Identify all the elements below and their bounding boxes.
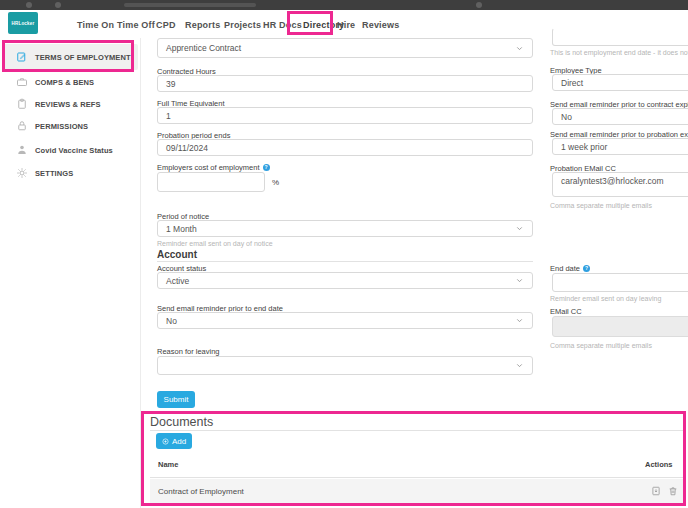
reason-for-leaving-select[interactable]: [157, 356, 533, 375]
sidebar-item-settings[interactable]: SETTINGS: [2, 161, 138, 185]
browser-chrome-icon: [55, 2, 61, 8]
reminder-contract-expiration-input[interactable]: No: [552, 108, 688, 125]
documents-name-column-header: Name: [158, 460, 178, 469]
chevron-down-icon: [515, 276, 524, 285]
add-document-button[interactable]: Add: [156, 433, 192, 449]
employee-type-input[interactable]: Direct: [552, 74, 688, 91]
chevron-down-icon: [515, 316, 524, 325]
sidebar-item-permissions[interactable]: PERMISSIONS: [2, 114, 138, 138]
tab-projects[interactable]: Projects: [224, 20, 261, 30]
tab-reports[interactable]: Reports: [185, 20, 220, 30]
period-of-notice-value: 1 Month: [166, 224, 197, 234]
add-document-label: Add: [172, 437, 186, 446]
contract-expiration-helper: This is not employment end date - it doe…: [550, 49, 688, 56]
documents-divider: [150, 430, 686, 431]
tab-cpd[interactable]: CPD: [156, 20, 176, 30]
browser-chrome-icon: [476, 2, 482, 8]
fte-value: 1: [166, 111, 171, 121]
documents-heading: Documents: [150, 415, 213, 429]
hrlocker-app-window: HRLocker Time On Time Off CPD Reports Pr…: [0, 0, 688, 508]
document-name: Contract of Employment: [158, 487, 244, 496]
account-section-heading: Account: [157, 249, 197, 260]
probation-email-cc-helper: Comma separate multiple emails: [550, 202, 652, 209]
logo-text: HRLocker: [12, 21, 35, 26]
tab-hr-docs[interactable]: HR Docs: [263, 20, 302, 30]
gear-icon: [16, 167, 28, 179]
sidebar-item-terms-of-employment[interactable]: TERMS OF EMPLOYMENT: [2, 44, 138, 70]
probation-ends-value: 09/11/2024: [166, 143, 208, 153]
reminder-contract-expiration-value: No: [561, 112, 572, 122]
reminder-end-date-select[interactable]: No: [157, 312, 533, 329]
browser-chrome-bar: [0, 0, 688, 10]
hrlocker-logo[interactable]: HRLocker: [8, 12, 38, 34]
sidebar-item-reviews-and-refs[interactable]: REVIEWS & REFS: [2, 92, 138, 116]
period-of-notice-helper: Reminder email sent on day of notice: [157, 240, 273, 247]
chevron-down-icon: [515, 44, 524, 53]
tab-reviews[interactable]: Reviews: [362, 20, 399, 30]
browser-chrome-text-fragment: [124, 3, 256, 7]
sidebar-item-label: TERMS OF EMPLOYMENT: [35, 53, 131, 62]
documents-actions-column-header: Actions: [645, 460, 673, 469]
probation-email-cc-input[interactable]: caralyntest3@hrlocker.com: [552, 172, 688, 197]
sidebar-item-label: SETTINGS: [35, 169, 73, 178]
employers-cost-input[interactable]: [157, 172, 265, 192]
percent-suffix: %: [272, 178, 279, 187]
section-divider: [157, 261, 533, 262]
employee-type-value: Direct: [561, 78, 583, 88]
end-date-label: End date?: [550, 264, 590, 273]
fte-input[interactable]: 1: [157, 107, 533, 124]
contract-expiration-input[interactable]: [552, 28, 688, 46]
end-date-helper: Reminder email sent on day leaving: [550, 295, 661, 302]
email-cc-label: EMail CC: [550, 307, 582, 316]
documents-table-divider: [150, 477, 686, 478]
document-edit-icon: [16, 51, 28, 63]
probation-email-cc-value: caralyntest3@hrlocker.com: [561, 176, 664, 186]
account-status-value: Active: [166, 276, 189, 286]
sidebar-item-comps-and-bens[interactable]: COMPS & BENS: [2, 70, 138, 94]
download-document-icon[interactable]: [651, 486, 661, 496]
email-cc-helper: Comma separate multiple emails: [550, 342, 652, 349]
chevron-down-icon: [515, 224, 524, 233]
info-icon[interactable]: ?: [583, 265, 590, 272]
account-status-select[interactable]: Active: [157, 272, 533, 289]
tab-time-on[interactable]: Time On: [77, 20, 114, 30]
info-icon[interactable]: ?: [263, 164, 270, 171]
reason-for-leaving-label: Reason for leaving: [157, 347, 220, 356]
circle-plus-icon: [162, 438, 169, 445]
probation-ends-input[interactable]: 09/11/2024: [157, 139, 533, 156]
tab-time-off[interactable]: Time Off: [117, 20, 155, 30]
tab-hire[interactable]: Hire: [337, 20, 355, 30]
browser-chrome-icon: [26, 2, 32, 8]
reminder-probation-expiration-input[interactable]: 1 week prior: [552, 138, 688, 155]
document-row[interactable]: Contract of Employment: [150, 479, 686, 503]
contract-type-value: Apprentice Contract: [166, 43, 241, 53]
submit-button[interactable]: Submit: [157, 391, 195, 408]
trash-icon[interactable]: [668, 486, 678, 496]
sidebar-item-label: REVIEWS & REFS: [35, 100, 101, 109]
contract-type-select[interactable]: Apprentice Contract: [157, 38, 533, 58]
contracted-hours-value: 39: [166, 79, 175, 89]
reminder-end-date-value: No: [166, 316, 177, 326]
end-date-input[interactable]: [552, 273, 688, 292]
employers-cost-label: Employers cost of employment?: [157, 163, 270, 172]
lock-icon: [16, 120, 28, 132]
period-of-notice-select[interactable]: 1 Month: [157, 220, 533, 237]
reminder-probation-expiration-value: 1 week prior: [561, 142, 607, 152]
sidebar-item-label: COMPS & BENS: [35, 78, 94, 87]
briefcase-icon: [16, 76, 28, 88]
contracted-hours-input[interactable]: 39: [157, 75, 533, 92]
person-icon: [16, 144, 28, 156]
chevron-down-icon: [515, 361, 524, 370]
submit-label: Submit: [164, 395, 189, 404]
email-cc-input: [552, 316, 688, 337]
clipboard-icon: [16, 98, 28, 110]
sidebar-item-label: PERMISSIONS: [35, 122, 88, 131]
sidebar-item-covid-vaccine-status[interactable]: Covid Vaccine Status: [2, 138, 138, 162]
sidebar-item-label: Covid Vaccine Status: [35, 146, 113, 155]
